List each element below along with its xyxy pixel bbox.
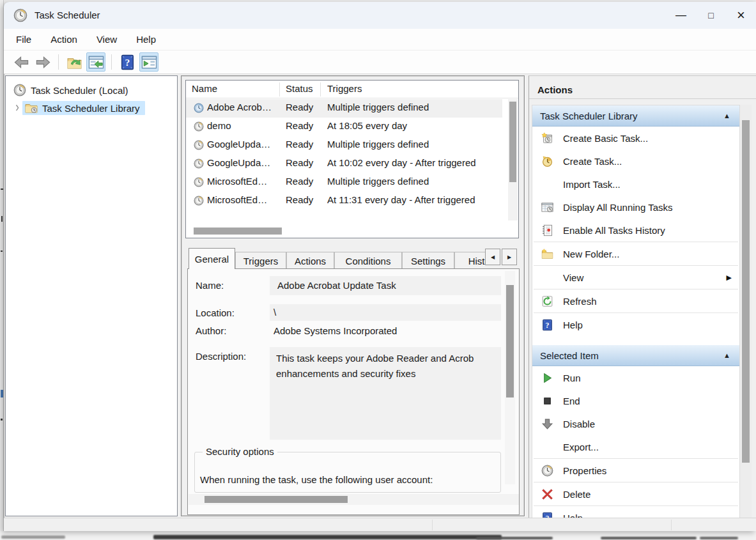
action-item-help[interactable]: ?Help <box>532 506 739 518</box>
tab-scroll-left-button[interactable]: ◀ <box>485 249 500 265</box>
small-right-arrow-icon: ▶ <box>507 254 511 260</box>
task-row[interactable]: MicrosoftEd…ReadyAt 11:31 every day - Af… <box>186 192 502 210</box>
action-item-disable[interactable]: Disable <box>532 412 739 435</box>
status-bar-divider <box>432 520 433 530</box>
actions-pane: Actions Task Scheduler Library▲Create Ba… <box>528 75 756 518</box>
tab-general[interactable]: General <box>189 248 235 269</box>
action-item-refresh[interactable]: Refresh <box>532 289 739 312</box>
tree-item-task-scheduler-library[interactable]: › Task Scheduler Library <box>12 100 145 116</box>
name-value-field[interactable]: Adobe Acrobat Update Task <box>270 276 501 295</box>
tab-scroll-right-button[interactable]: ▶ <box>502 249 517 265</box>
action-item-help[interactable]: ?Help <box>532 313 739 336</box>
scrollbar-thumb[interactable] <box>204 496 348 503</box>
action-item-label: New Folder... <box>563 249 619 259</box>
tree-item-task-scheduler-local[interactable]: Task Scheduler (Local) <box>13 82 128 98</box>
author-value: Adobe Systems Incorporated <box>274 325 505 336</box>
tab-history[interactable]: History <box>454 252 485 269</box>
task-list-horizontal-scrollbar[interactable] <box>187 226 510 236</box>
column-divider[interactable] <box>279 82 280 96</box>
scrollbar-thumb[interactable] <box>506 285 514 397</box>
task-list-vertical-scrollbar[interactable] <box>508 99 518 220</box>
show-hide-console-tree-button[interactable] <box>86 52 105 72</box>
location-value-field[interactable]: \ <box>270 304 501 321</box>
name-label: Name: <box>196 280 224 291</box>
action-item-run[interactable]: Run <box>532 366 739 389</box>
tree-item-selected[interactable]: Task Scheduler Library <box>22 101 145 115</box>
task-scheduler-app-icon <box>13 8 27 22</box>
action-item-enable-all-tasks-history[interactable]: Enable All Tasks History <box>532 219 739 242</box>
description-field[interactable]: This task keeps your Adobe Reader and Ac… <box>270 347 501 440</box>
collapse-arrow-icon[interactable]: ▲ <box>723 112 730 120</box>
security-options-group: Security options When running the task, … <box>194 452 501 493</box>
scrollbar-thumb[interactable] <box>509 102 516 182</box>
task-row[interactable]: Adobe Acrob…ReadyMultiple triggers defin… <box>186 99 502 118</box>
column-divider[interactable] <box>320 82 321 96</box>
action-item-new-folder[interactable]: New Folder... <box>532 242 739 265</box>
task-row[interactable]: GoogleUpda…ReadyMultiple triggers define… <box>186 136 502 155</box>
app-clock-icon <box>194 121 204 132</box>
collapse-arrow-icon[interactable]: ▲ <box>723 351 730 359</box>
tab-actions[interactable]: Actions <box>286 252 334 269</box>
task-list: Name Status Triggers Adobe Acrob…ReadyMu… <box>185 80 519 238</box>
detail-vertical-scrollbar[interactable] <box>505 271 515 484</box>
tab-settings[interactable]: Settings <box>402 252 454 269</box>
icon-spacer <box>541 441 553 453</box>
toolbar-separator <box>58 54 59 70</box>
action-item-label: Import Task... <box>563 179 621 190</box>
create-task-icon <box>541 155 553 167</box>
maximize-button[interactable]: □ <box>696 2 726 29</box>
task-name-cell: Adobe Acrob… <box>207 102 279 112</box>
close-button[interactable]: × <box>726 2 756 29</box>
action-item-end[interactable]: End <box>532 389 739 412</box>
actions-section-header-selected-item[interactable]: Selected Item▲ <box>532 345 739 366</box>
menu-action[interactable]: Action <box>41 29 87 50</box>
chevron-right-icon[interactable]: › <box>12 100 22 116</box>
action-item-display-all-running-tasks[interactable]: Display All Running Tasks <box>532 196 739 219</box>
help-button[interactable]: ? <box>118 52 137 72</box>
export-list-button[interactable] <box>65 52 84 72</box>
action-item-export[interactable]: Export... <box>532 435 739 458</box>
action-item-create-basic-task[interactable]: Create Basic Task... <box>532 127 739 150</box>
column-header-triggers[interactable]: Triggers <box>327 83 362 94</box>
column-header-name[interactable]: Name <box>192 83 217 94</box>
display-running-icon <box>541 201 553 213</box>
action-item-view[interactable]: View▶ <box>532 266 739 289</box>
show-hide-action-pane-button[interactable] <box>139 52 158 72</box>
task-name-cell: demo <box>207 120 279 131</box>
menu-view[interactable]: View <box>87 29 127 50</box>
task-row[interactable]: GoogleUpda…ReadyAt 10:02 every day - Aft… <box>186 155 502 173</box>
actions-pane-scrollbar[interactable] <box>740 105 752 518</box>
task-row[interactable]: demoReadyAt 18:05 every day <box>186 118 502 136</box>
detail-horizontal-scrollbar[interactable] <box>189 494 519 505</box>
task-triggers-cell: Multiple triggers defined <box>327 139 501 150</box>
task-list-header: Name Status Triggers <box>186 81 518 98</box>
action-item-label: End <box>563 396 580 406</box>
maximize-icon: □ <box>708 10 713 20</box>
scrollbar-thumb[interactable] <box>742 120 750 463</box>
actions-section-header-task-scheduler-library[interactable]: Task Scheduler Library▲ <box>532 105 739 127</box>
description-line: enhancements and security fixes <box>276 366 501 382</box>
export-folder-icon <box>66 54 82 70</box>
column-header-status[interactable]: Status <box>286 83 313 94</box>
action-item-import-task[interactable]: Import Task... <box>532 173 739 196</box>
app-clock-blue-icon <box>194 103 204 113</box>
console-tree-panel: Task Scheduler (Local) › Task Scheduler … <box>5 75 178 516</box>
task-triggers-cell: At 11:31 every day - After triggered <box>327 194 501 205</box>
menu-file[interactable]: File <box>6 29 41 50</box>
tab-triggers[interactable]: Triggers <box>235 252 286 269</box>
action-item-delete[interactable]: Delete <box>532 482 739 505</box>
forward-button[interactable] <box>33 52 52 72</box>
task-row[interactable]: MicrosoftEd…ReadyMultiple triggers defin… <box>186 173 502 192</box>
tab-conditions[interactable]: Conditions <box>334 252 402 269</box>
action-item-create-task[interactable]: Create Task... <box>532 150 739 173</box>
menu-help[interactable]: Help <box>127 29 166 50</box>
action-item-properties[interactable]: Properties <box>532 459 739 482</box>
general-tab-content: Name: Adobe Acrobat Update Task Location… <box>187 268 520 515</box>
scrollbar-thumb[interactable] <box>194 228 282 235</box>
back-button[interactable] <box>12 52 31 72</box>
task-status-cell: Ready <box>286 157 324 168</box>
action-item-label: Properties <box>563 465 606 476</box>
task-name-cell: MicrosoftEd… <box>207 176 279 187</box>
action-item-label: Export... <box>563 442 599 452</box>
minimize-button[interactable]: — <box>666 2 696 29</box>
